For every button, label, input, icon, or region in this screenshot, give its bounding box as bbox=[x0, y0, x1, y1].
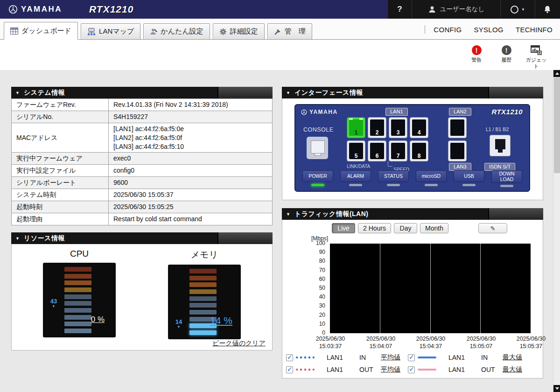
traffic-info-body: Live 2 Hours Day Month ✎ [Mbps] 100 90 8… bbox=[282, 220, 543, 378]
quick-icons: ! 警告 ! 履歴 ガジェット bbox=[465, 45, 548, 70]
legend-direction: IN bbox=[359, 354, 381, 361]
help-button[interactable]: ? bbox=[387, 0, 412, 19]
account-dropdown[interactable]: ▼ bbox=[500, 0, 535, 19]
legend-direction: OUT bbox=[481, 366, 503, 373]
notifications-button[interactable] bbox=[535, 0, 560, 19]
resource-info-body: CPU 43▼ 0 % メモリ bbox=[11, 244, 273, 350]
legend-series-name: LAN1 bbox=[448, 366, 481, 373]
clear-peak-link[interactable]: ピーク値のクリア bbox=[212, 339, 266, 348]
tab-easy-setup[interactable]: かんたん設定 bbox=[143, 23, 210, 39]
legend-stat-link[interactable]: 平均値 bbox=[381, 365, 408, 374]
memory-title: メモリ bbox=[153, 249, 256, 261]
power-led bbox=[311, 184, 324, 186]
edit-graph-button[interactable]: ✎ bbox=[478, 223, 507, 233]
legend-line-in-max bbox=[418, 357, 436, 358]
y-tick: 70 bbox=[308, 267, 325, 273]
legend-series-name: LAN1 bbox=[448, 354, 481, 361]
wrench-icon bbox=[274, 28, 281, 35]
scroll-up-button[interactable] bbox=[553, 70, 560, 77]
gauge-segment bbox=[189, 269, 217, 273]
gauge-segment bbox=[64, 308, 91, 313]
chevron-down-icon: ▼ bbox=[521, 7, 525, 12]
legend-checkbox-out-max[interactable]: ✓ bbox=[408, 366, 415, 373]
table-row: シリアルボーレート9600 bbox=[12, 177, 273, 189]
router-brand-text: YAMAHA bbox=[309, 109, 338, 115]
tab-management[interactable]: 管 理 bbox=[267, 23, 312, 39]
resource-info-header[interactable]: ▼ リソース情報 bbox=[11, 232, 273, 244]
traffic-info-header[interactable]: ▼ トラフィック情報(LAN) bbox=[282, 208, 543, 220]
legend-line-in-avg bbox=[296, 357, 315, 358]
lan1-port-8: 8 bbox=[410, 140, 428, 161]
microsd-button: microSD bbox=[413, 170, 449, 187]
alerts-button[interactable]: ! 警告 bbox=[465, 45, 488, 63]
speed-line bbox=[388, 161, 392, 167]
range-day-button[interactable]: Day bbox=[394, 223, 417, 233]
y-tick: 50 bbox=[308, 285, 325, 291]
top-bar-right: ? ユーザー名なし ▼ bbox=[387, 0, 560, 19]
resource-info-panel: ▼ リソース情報 CPU 43▼ 0 % bbox=[11, 232, 273, 350]
tab-label: ダッシュボード bbox=[21, 27, 71, 35]
gauge-segment bbox=[189, 310, 217, 315]
legend-stat-link[interactable]: 最大値 bbox=[503, 365, 530, 374]
system-info-header[interactable]: ▼ システム情報 bbox=[11, 87, 273, 98]
collapse-arrow-icon: ▼ bbox=[15, 91, 20, 95]
collapse-arrow-icon: ▼ bbox=[286, 91, 290, 95]
lan1-port-6: 6 bbox=[368, 140, 386, 161]
tab-dashboard[interactable]: ダッシュボード bbox=[4, 22, 78, 40]
row-label: ファームウェアRev. bbox=[12, 99, 109, 111]
interface-info-header[interactable]: ▼ インターフェース情報 bbox=[282, 87, 543, 98]
usb-button: USB bbox=[451, 170, 487, 187]
tab-lan-map[interactable]: LANマップ bbox=[81, 23, 140, 39]
port-number: 8 bbox=[410, 153, 428, 159]
legend-line-out-avg bbox=[296, 369, 315, 371]
lan1-port-3: 3 bbox=[389, 117, 407, 138]
legend-checkbox-in-max[interactable]: ✓ bbox=[408, 354, 415, 361]
techinfo-link[interactable]: TECHINFO bbox=[516, 26, 553, 34]
gauge-segment bbox=[64, 294, 91, 299]
yamaha-emblem-icon bbox=[301, 109, 307, 115]
check-icon: ✓ bbox=[287, 365, 293, 373]
lan1-port-7: 7 bbox=[389, 140, 407, 161]
range-live-button[interactable]: Live bbox=[332, 223, 355, 233]
system-info-panel: ▼ システム情報 ファームウェアRev.Rev.14.01.33 (Fri No… bbox=[11, 87, 273, 225]
legend-checkbox-in-avg[interactable]: ✓ bbox=[286, 354, 293, 361]
config-link[interactable]: CONFIG bbox=[434, 26, 462, 34]
y-tick: 80 bbox=[308, 258, 325, 264]
gauge-segment bbox=[64, 329, 91, 333]
legend-stat-link[interactable]: 最大値 bbox=[503, 353, 530, 362]
gauge-segment bbox=[64, 287, 91, 292]
memory-value[interactable]: 14 % bbox=[210, 315, 232, 326]
x-tick: 2025/06/3015:04:37 bbox=[409, 335, 452, 350]
legend-stat-link[interactable]: 平均値 bbox=[381, 353, 408, 362]
user-icon bbox=[428, 5, 436, 14]
row-value: S4H159227 bbox=[109, 111, 273, 123]
scroll-down-button[interactable] bbox=[553, 385, 560, 392]
header-accent bbox=[217, 87, 273, 98]
range-month-button[interactable]: Month bbox=[420, 223, 448, 233]
row-label: 起動理由 bbox=[12, 213, 109, 225]
syslog-link[interactable]: SYSLOG bbox=[474, 26, 504, 34]
user-menu[interactable]: ユーザー名なし bbox=[412, 0, 500, 19]
row-label: 実行中ファームウェア bbox=[12, 153, 109, 165]
legend-series-name: LAN1 bbox=[327, 366, 359, 373]
x-tick: 2025/06/3015:05:07 bbox=[460, 335, 503, 350]
dashboard-icon bbox=[10, 28, 18, 35]
row-label: システム時刻 bbox=[12, 189, 109, 201]
alerts-label: 警告 bbox=[471, 57, 482, 63]
status-led bbox=[387, 184, 400, 186]
download-button: DOWN LOAD bbox=[489, 170, 525, 187]
row-value: config0 bbox=[109, 165, 273, 177]
header-accent bbox=[488, 87, 543, 98]
vertical-scrollbar[interactable] bbox=[553, 70, 560, 392]
person-wrench-icon bbox=[150, 28, 157, 35]
legend-checkbox-out-avg[interactable]: ✓ bbox=[286, 366, 293, 373]
gadget-button[interactable]: ガジェット bbox=[525, 45, 548, 70]
tab-advanced-settings[interactable]: 詳細設定 bbox=[213, 23, 265, 39]
port-number: 4 bbox=[410, 129, 428, 136]
range-2hours-button[interactable]: 2 Hours bbox=[358, 223, 391, 233]
history-button[interactable]: ! 履歴 bbox=[495, 45, 518, 63]
links-divider bbox=[425, 25, 425, 34]
scrollbar-thumb[interactable] bbox=[554, 77, 560, 173]
lan3-badge: LAN3 bbox=[449, 163, 471, 171]
gauge-segment bbox=[64, 274, 91, 279]
